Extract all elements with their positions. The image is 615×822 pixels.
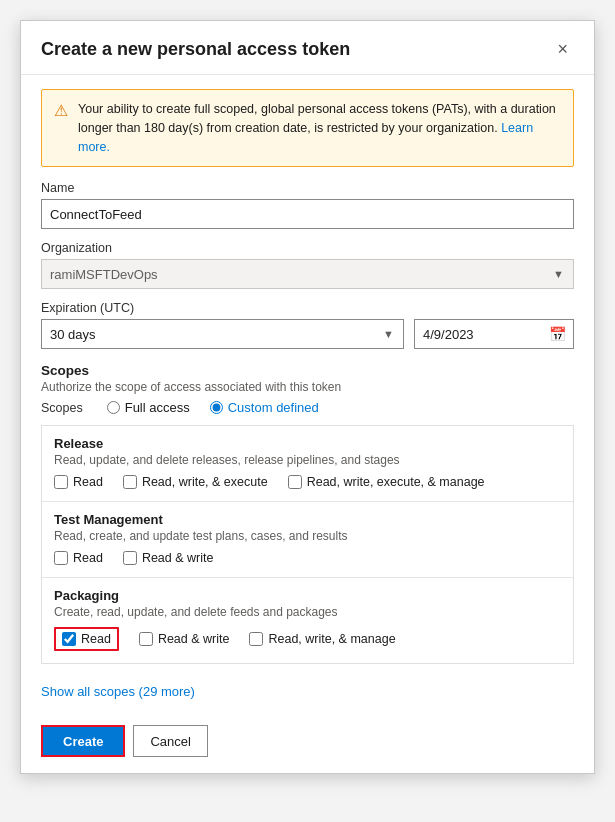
dialog-header: Create a new personal access token × — [21, 21, 594, 75]
custom-defined-label: Custom defined — [228, 400, 319, 415]
scope-group-packaging: Packaging Create, read, update, and dele… — [42, 578, 573, 663]
expiration-label: Expiration (UTC) — [41, 301, 574, 315]
packaging-manage-checkbox[interactable] — [249, 632, 263, 646]
test-readwrite-option[interactable]: Read & write — [123, 551, 214, 565]
warning-icon: ⚠ — [54, 101, 68, 156]
show-all-wrapper: Show all scopes (29 more) — [41, 674, 574, 713]
custom-defined-radio-label[interactable]: Custom defined — [210, 400, 319, 415]
date-input-wrapper: 📅 — [414, 319, 574, 349]
full-access-label: Full access — [125, 400, 190, 415]
test-options: Read Read & write — [54, 551, 561, 565]
packaging-group-desc: Create, read, update, and delete feeds a… — [54, 605, 561, 619]
packaging-read-label: Read — [81, 632, 111, 646]
date-input[interactable] — [414, 319, 574, 349]
packaging-read-option[interactable]: Read — [54, 627, 119, 651]
create-button[interactable]: Create — [41, 725, 125, 757]
release-read-checkbox[interactable] — [54, 475, 68, 489]
scopes-label: Scopes — [41, 401, 83, 415]
packaging-options: Read Read & write Read, write, & manage — [54, 627, 561, 651]
packaging-readwrite-checkbox[interactable] — [139, 632, 153, 646]
release-group-desc: Read, update, and delete releases, relea… — [54, 453, 561, 467]
test-group-title: Test Management — [54, 512, 561, 527]
test-read-checkbox[interactable] — [54, 551, 68, 565]
scopes-description: Authorize the scope of access associated… — [41, 380, 574, 394]
release-manage-option[interactable]: Read, write, execute, & manage — [288, 475, 485, 489]
org-select-wrapper: ramiMSFTDevOps ▼ — [41, 259, 574, 289]
release-manage-label: Read, write, execute, & manage — [307, 475, 485, 489]
release-readwrite-label: Read, write, & execute — [142, 475, 268, 489]
full-access-radio-label[interactable]: Full access — [107, 400, 190, 415]
name-input[interactable] — [41, 199, 574, 229]
packaging-readwrite-option[interactable]: Read & write — [139, 632, 230, 646]
test-readwrite-label: Read & write — [142, 551, 214, 565]
scopes-radio-row: Scopes Full access Custom defined — [41, 400, 574, 415]
release-group-title: Release — [54, 436, 561, 451]
close-button[interactable]: × — [551, 37, 574, 62]
expiration-select-wrapper: 30 days 60 days 90 days 180 days 1 year … — [41, 319, 404, 349]
scopes-scroll-area: Release Read, update, and delete release… — [41, 425, 574, 664]
scope-group-test: Test Management Read, create, and update… — [42, 502, 573, 578]
packaging-manage-label: Read, write, & manage — [268, 632, 395, 646]
dialog-title: Create a new personal access token — [41, 39, 350, 60]
show-all-text: Show all scopes — [41, 684, 135, 699]
packaging-readwrite-label: Read & write — [158, 632, 230, 646]
test-read-label: Read — [73, 551, 103, 565]
release-options: Read Read, write, & execute Read, write,… — [54, 475, 561, 489]
scopes-title: Scopes — [41, 363, 574, 378]
footer-row: Create Cancel — [41, 725, 574, 757]
show-all-link[interactable]: Show all scopes (29 more) — [41, 684, 195, 699]
test-group-desc: Read, create, and update test plans, cas… — [54, 529, 561, 543]
show-all-count: (29 more) — [139, 684, 195, 699]
expiration-select[interactable]: 30 days 60 days 90 days 180 days 1 year … — [41, 319, 404, 349]
release-read-option[interactable]: Read — [54, 475, 103, 489]
org-select[interactable]: ramiMSFTDevOps — [41, 259, 574, 289]
release-readwrite-checkbox[interactable] — [123, 475, 137, 489]
packaging-group-title: Packaging — [54, 588, 561, 603]
name-label: Name — [41, 181, 574, 195]
scopes-section: Scopes Authorize the scope of access ass… — [41, 363, 574, 415]
warning-box: ⚠ Your ability to create full scoped, gl… — [41, 89, 574, 167]
dialog-body: ⚠ Your ability to create full scoped, gl… — [21, 75, 594, 773]
expiration-row: 30 days 60 days 90 days 180 days 1 year … — [41, 319, 574, 349]
release-readwrite-option[interactable]: Read, write, & execute — [123, 475, 268, 489]
packaging-read-checkbox[interactable] — [62, 632, 76, 646]
scope-group-release: Release Read, update, and delete release… — [42, 426, 573, 502]
release-read-label: Read — [73, 475, 103, 489]
cancel-button[interactable]: Cancel — [133, 725, 207, 757]
full-access-radio[interactable] — [107, 401, 120, 414]
test-readwrite-checkbox[interactable] — [123, 551, 137, 565]
warning-text: Your ability to create full scoped, glob… — [78, 100, 561, 156]
packaging-manage-option[interactable]: Read, write, & manage — [249, 632, 395, 646]
release-manage-checkbox[interactable] — [288, 475, 302, 489]
custom-defined-radio[interactable] — [210, 401, 223, 414]
org-label: Organization — [41, 241, 574, 255]
test-read-option[interactable]: Read — [54, 551, 103, 565]
create-pat-dialog: Create a new personal access token × ⚠ Y… — [20, 20, 595, 774]
